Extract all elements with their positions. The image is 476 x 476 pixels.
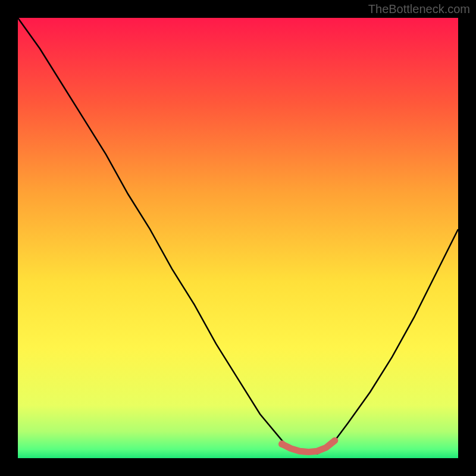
plot-area: [18, 18, 458, 458]
chart-svg: [18, 18, 458, 458]
watermark-text: TheBottleneck.com: [368, 2, 470, 16]
chart-container: TheBottleneck.com: [0, 0, 476, 476]
optimal-start-dot: [278, 440, 286, 447]
gradient-background: [18, 18, 458, 458]
